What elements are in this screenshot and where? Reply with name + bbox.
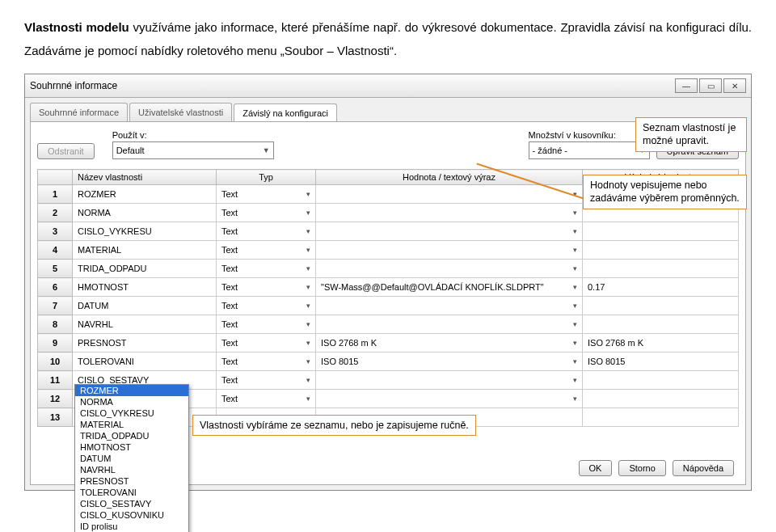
autolist-item[interactable]: NORMA [75,396,188,407]
chevron-down-icon: ▼ [263,146,270,154]
table-row[interactable]: 9PRESNOSTText▾ISO 2768 m K▾ISO 2768 m K [38,334,739,353]
table-row[interactable]: 7DATUMText▾▾ [38,297,739,315]
cell-result [583,222,739,241]
cell-result [583,315,739,334]
cell-name[interactable]: TRIDA_ODPADU [73,260,217,278]
cell-result [583,371,739,390]
cell-type[interactable]: Text▾ [217,260,316,278]
storno-button[interactable]: Storno [618,460,665,476]
autolist-item[interactable]: CISLO_SESTAVY [75,498,188,509]
chevron-down-icon: ▾ [306,357,310,365]
autolist-item[interactable]: ROZMER [75,385,188,396]
row-number: 2 [38,204,73,222]
row-number: 10 [38,353,73,371]
autolist-item[interactable]: DATUM [75,453,188,464]
cell-value[interactable]: ISO 8015▾ [316,353,583,371]
cell-result [583,260,739,278]
tab-zavisly[interactable]: Závislý na konfiguraci [234,103,337,122]
row-number: 8 [38,315,73,334]
cell-type[interactable]: Text▾ [217,390,316,408]
cell-name[interactable]: ROZMER [73,185,217,204]
window-maximize-icon[interactable]: ▭ [699,78,722,93]
cell-type[interactable]: Text▾ [217,204,316,222]
window-close-icon[interactable]: ✕ [723,78,746,93]
combo-qty[interactable]: - žádné - ▼ [529,141,650,159]
callout-editlist: Seznam vlastností je možné upravit. [635,117,747,152]
cell-name[interactable]: HMOTNOST [73,278,217,297]
cell-name[interactable]: TOLEROVANI [73,353,217,371]
chevron-down-icon: ▾ [306,283,310,291]
table-row[interactable]: 8NAVRHLText▾▾ [38,315,739,334]
row-number: 5 [38,260,73,278]
cell-name[interactable]: NAVRHL [73,315,217,334]
row-number: 1 [38,185,73,204]
cell-type[interactable]: Text▾ [217,241,316,260]
cell-name[interactable]: DATUM [73,297,217,315]
combo-usein[interactable]: Default ▼ [112,141,274,159]
cell-name[interactable]: CISLO_VYKRESU [73,222,217,241]
autolist-item[interactable]: MATERIAL [75,419,188,430]
table-row[interactable]: 10TOLEROVANIText▾ISO 8015▾ISO 8015 [38,353,739,371]
cell-value[interactable]: ▾ [316,390,583,408]
table-row[interactable]: 3CISLO_VYKRESUText▾▾ [38,222,739,241]
th-type: Typ [217,170,316,185]
chevron-down-icon: ▾ [573,395,577,403]
window-minimize-icon[interactable]: — [675,78,698,93]
autolist-item[interactable]: NAVRHL [75,464,188,475]
row-number: 4 [38,241,73,260]
autolist-item[interactable]: TRIDA_ODPADU [75,430,188,441]
cell-result [583,241,739,260]
chevron-down-icon: ▾ [306,209,310,217]
cell-result [583,297,739,315]
chevron-down-icon: ▾ [306,320,310,328]
callout-select: Vlastnosti vybíráme ze seznamu, nebo je … [192,415,476,436]
cell-result [583,408,739,427]
autolist-item[interactable]: CISLO_KUSOVNIKU [75,509,188,521]
cell-type[interactable]: Text▾ [217,371,316,390]
cell-value[interactable]: ISO 2768 m K▾ [316,334,583,353]
cell-value[interactable]: ▾ [316,204,583,222]
table-row[interactable]: 4MATERIALText▾▾ [38,241,739,260]
cell-value[interactable]: ▾ [316,297,583,315]
cell-name[interactable]: NORMA [73,204,217,222]
help-button[interactable]: Nápověda [673,460,734,476]
remove-button[interactable]: Odstranit [37,143,95,159]
cell-value[interactable]: ▾ [316,315,583,334]
th-value: Hodnota / textový výraz [316,170,583,185]
tab-souhrnne[interactable]: Souhrnné informace [30,103,128,121]
row-number: 6 [38,278,73,297]
cell-type[interactable]: Text▾ [217,278,316,297]
chevron-down-icon: ▾ [573,376,577,384]
autolist-item[interactable]: ID prolisu [75,521,188,532]
table-row[interactable]: 6HMOTNOSTText▾"SW-Mass@@Default@OVLÁDACÍ… [38,278,739,297]
cell-name[interactable]: PRESNOST [73,334,217,353]
row-number: 11 [38,371,73,390]
label-usein: Použít v: [112,130,274,140]
cell-value[interactable]: ▾ [316,222,583,241]
property-autolist[interactable]: ROZMERNORMACISLO_VYKRESUMATERIALTRIDA_OD… [74,384,189,532]
ok-button[interactable]: OK [579,460,613,476]
autolist-item[interactable]: HMOTNOST [75,441,188,453]
cell-type[interactable]: Text▾ [217,222,316,241]
cell-type[interactable]: Text▾ [217,315,316,334]
autolist-item[interactable]: PRESNOST [75,475,188,487]
cell-value[interactable]: "SW-Mass@@Default@OVLÁDACÍ KNOFLÍK.SLDPR… [316,278,583,297]
cell-type[interactable]: Text▾ [217,185,316,204]
cell-name[interactable]: MATERIAL [73,241,217,260]
row-number: 13 [38,408,73,427]
autolist-item[interactable]: TOLEROVANI [75,487,188,498]
cell-value[interactable]: ▾ [316,260,583,278]
cell-value[interactable]: ▾ [316,185,583,204]
dialog-title: Souhrnné informace [30,80,117,91]
chevron-down-icon: ▾ [306,246,310,254]
cell-value[interactable]: ▾ [316,241,583,260]
autolist-item[interactable]: CISLO_VYKRESU [75,407,188,419]
titlebar: Souhrnné informace — ▭ ✕ [25,74,751,98]
cell-type[interactable]: Text▾ [217,353,316,371]
tab-uzivatelske[interactable]: Uživatelské vlastnosti [129,103,232,121]
cell-type[interactable]: Text▾ [217,334,316,353]
table-row[interactable]: 5TRIDA_ODPADUText▾▾ [38,260,739,278]
cell-type[interactable]: Text▾ [217,297,316,315]
cell-value[interactable]: ▾ [316,371,583,390]
chevron-down-icon: ▾ [573,283,577,291]
